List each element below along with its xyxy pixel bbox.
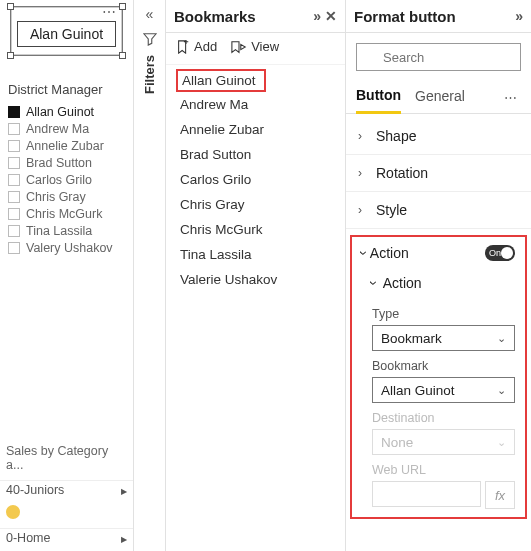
destination-value: None: [381, 435, 413, 450]
destination-dropdown: None ⌄: [372, 429, 515, 455]
slicer-item-label: Valery Ushakov: [26, 241, 113, 255]
page-label: 40-Juniors: [6, 483, 64, 497]
slicer-item[interactable]: Allan Guinot: [8, 103, 129, 120]
selected-button-visual[interactable]: ⋯ Alan Guinot: [10, 6, 123, 56]
slicer-item-label: Andrew Ma: [26, 122, 89, 136]
bookmark-item[interactable]: Andrew Ma: [176, 92, 345, 117]
slicer-item[interactable]: Chris Gray: [8, 188, 129, 205]
chevron-down-icon: ›: [356, 251, 372, 256]
close-icon[interactable]: ✕: [325, 8, 337, 24]
bookmark-dropdown[interactable]: Allan Guinot ⌄: [372, 377, 515, 403]
resize-handle[interactable]: [7, 3, 14, 10]
checkbox-icon[interactable]: [8, 225, 20, 237]
slicer-item-label: Chris McGurk: [26, 207, 102, 221]
bookmark-value: Allan Guinot: [381, 383, 455, 398]
chevron-right-icon: ›: [358, 203, 370, 217]
checkbox-icon[interactable]: [8, 123, 20, 135]
checkbox-icon[interactable]: [8, 208, 20, 220]
bookmark-item[interactable]: Brad Sutton: [176, 142, 345, 167]
bookmark-view-button[interactable]: View: [231, 39, 279, 54]
page-tab-home[interactable]: 0-Home: [0, 528, 133, 547]
slicer-item-label: Annelie Zubar: [26, 139, 104, 153]
bookmark-item[interactable]: Chris Gray: [176, 192, 345, 217]
more-icon[interactable]: ⋯: [504, 90, 521, 105]
bookmark-add-icon: [176, 40, 190, 54]
section-label: Rotation: [376, 165, 428, 181]
page-label: 0-Home: [6, 531, 50, 545]
bookmark-label: Bookmark: [372, 359, 515, 373]
bookmark-item[interactable]: Tina Lassila: [176, 242, 345, 267]
format-search-input[interactable]: [356, 43, 521, 71]
checkbox-icon[interactable]: [8, 140, 20, 152]
checkbox-icon[interactable]: [8, 191, 20, 203]
tab-general[interactable]: General: [415, 82, 465, 112]
bookmark-item[interactable]: Allan Guinot: [176, 69, 266, 92]
action-section-highlight: › Action On › Action Type Bookmark ⌄ Boo…: [350, 235, 527, 519]
view-label: View: [251, 39, 279, 54]
action-sub-label: Action: [383, 275, 422, 291]
chevron-down-icon: ⌄: [497, 332, 506, 345]
section-shape[interactable]: › Shape: [346, 118, 531, 155]
chevron-right-icon: [121, 531, 127, 545]
checkbox-icon[interactable]: [8, 174, 20, 186]
chevron-right-icon: ›: [358, 129, 370, 143]
section-rotation[interactable]: › Rotation: [346, 155, 531, 192]
expand-icon[interactable]: »: [515, 8, 523, 24]
bookmark-view-icon: [231, 40, 247, 54]
slicer-item[interactable]: Valery Ushakov: [8, 239, 129, 256]
slicer-item[interactable]: Carlos Grilo: [8, 171, 129, 188]
visual-header[interactable]: Sales by Category a...: [0, 442, 133, 474]
toggle-text: On: [489, 248, 501, 258]
filters-label: Filters: [142, 55, 157, 94]
bookmark-item[interactable]: Valerie Ushakov: [176, 267, 345, 292]
section-style[interactable]: › Style: [346, 192, 531, 229]
slicer-item-label: Allan Guinot: [26, 105, 94, 119]
resize-handle[interactable]: [119, 52, 126, 59]
filter-icon: [143, 32, 157, 49]
weburl-label: Web URL: [372, 463, 515, 477]
slicer-item-label: Chris Gray: [26, 190, 86, 204]
chevron-down-icon: ›: [366, 281, 382, 286]
slicer-item[interactable]: Tina Lassila: [8, 222, 129, 239]
expand-icon[interactable]: »: [313, 8, 321, 24]
page-tab-juniors[interactable]: 40-Juniors: [0, 480, 133, 499]
button-label[interactable]: Alan Guinot: [17, 21, 116, 47]
fx-button[interactable]: fx: [485, 481, 515, 509]
slicer-title: District Manager: [8, 82, 129, 97]
type-label: Type: [372, 307, 515, 321]
action-toggle[interactable]: On: [485, 245, 515, 261]
tab-button[interactable]: Button: [356, 81, 401, 114]
resize-handle[interactable]: [119, 3, 126, 10]
filters-pane-collapsed[interactable]: « Filters: [134, 0, 166, 551]
slicer-item-label: Tina Lassila: [26, 224, 92, 238]
chevron-down-icon: ⌄: [497, 384, 506, 397]
checkbox-icon[interactable]: [8, 106, 20, 118]
checkbox-icon[interactable]: [8, 157, 20, 169]
section-label: Shape: [376, 128, 416, 144]
section-label: Style: [376, 202, 407, 218]
destination-label: Destination: [372, 411, 515, 425]
chevron-right-icon: ›: [358, 166, 370, 180]
weburl-input: [372, 481, 481, 507]
resize-handle[interactable]: [7, 52, 14, 59]
district-manager-slicer: District Manager Allan GuinotAndrew MaAn…: [8, 82, 129, 256]
bookmark-add-button[interactable]: Add: [176, 39, 217, 54]
slicer-item[interactable]: Annelie Zubar: [8, 137, 129, 154]
collapse-icon[interactable]: «: [146, 6, 154, 22]
bookmark-item[interactable]: Carlos Grilo: [176, 167, 345, 192]
visual-more-icon[interactable]: ⋯: [102, 7, 116, 17]
slicer-item[interactable]: Brad Sutton: [8, 154, 129, 171]
slicer-item-label: Brad Sutton: [26, 156, 92, 170]
checkbox-icon[interactable]: [8, 242, 20, 254]
slicer-item[interactable]: Andrew Ma: [8, 120, 129, 137]
format-pane: Format button » Button General ⋯ › Shape: [346, 0, 531, 551]
type-value: Bookmark: [381, 331, 442, 346]
add-label: Add: [194, 39, 217, 54]
type-dropdown[interactable]: Bookmark ⌄: [372, 325, 515, 351]
chevron-right-icon: [121, 483, 127, 497]
action-label: Action: [370, 245, 409, 261]
bookmark-item[interactable]: Chris McGurk: [176, 217, 345, 242]
slicer-item[interactable]: Chris McGurk: [8, 205, 129, 222]
visual-title-label: Sales by Category a...: [6, 444, 127, 472]
bookmark-item[interactable]: Annelie Zubar: [176, 117, 345, 142]
